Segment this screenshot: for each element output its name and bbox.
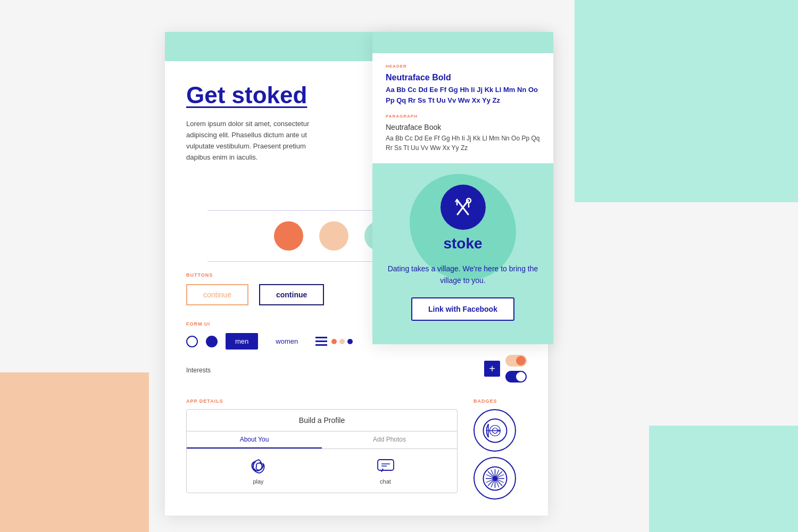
compass-badge-icon — [480, 464, 510, 493]
form-controls — [315, 337, 353, 346]
continue-btn-peach[interactable]: continue — [186, 284, 248, 305]
swatch-peach — [319, 221, 348, 251]
app-details-left: APP DETAILS Build a Profile About You Ad… — [186, 398, 458, 505]
chat-icon — [375, 457, 396, 476]
badges-section: BADGES — [473, 398, 527, 505]
paragraph-typography-label: PARAGRAPH — [386, 114, 540, 119]
dot-coral — [331, 339, 337, 344]
app-details-section: APP DETAILS Build a Profile About You Ad… — [165, 393, 548, 516]
app-card-tabs: About You Add Photos — [187, 431, 457, 449]
chat-label: chat — [380, 478, 391, 485]
play-label: play — [253, 478, 263, 485]
header-typography-label: HEADER — [386, 64, 540, 69]
dot-peach — [339, 339, 345, 344]
interests-label: Interests — [186, 367, 211, 374]
form-right: + — [484, 355, 527, 383]
play-icon — [248, 457, 269, 476]
app-details-label: APP DETAILS — [186, 398, 458, 404]
bg-peach-bottom-left — [0, 372, 149, 532]
tab-add-photos[interactable]: Add Photos — [322, 431, 457, 448]
women-btn[interactable]: women — [266, 333, 307, 350]
rp-header-mint — [372, 32, 553, 53]
toggle-off[interactable] — [505, 355, 527, 367]
bg-mint-bottom-right — [649, 426, 798, 532]
tab-about-you[interactable]: About You — [187, 431, 322, 448]
form-row2: Interests + — [186, 355, 527, 383]
toggle-container — [505, 355, 527, 383]
stoke-logo-icon — [450, 194, 476, 221]
header-alphabet: Aa Bb Cc Dd Ee Ff Gg Hh Ii Jj Kk Ll Mm N… — [386, 85, 540, 105]
app-card-header: Build a Profile — [187, 410, 457, 431]
app-logo — [440, 185, 486, 230]
typography-section: HEADER Neutraface Bold Aa Bb Cc Dd Ee Ff… — [372, 53, 553, 163]
paragraph-alphabet: Aa Bb Cc Dd Ee Ff Gg Hh Ii Jj Kk Ll Mm N… — [386, 134, 540, 153]
badge-compass — [473, 457, 516, 500]
toggle-on[interactable] — [505, 371, 527, 383]
hamburger-icon[interactable] — [315, 337, 327, 346]
badge-archer — [473, 409, 516, 452]
hero-description: Lorem ipsum dolor sit amet, consectetur … — [186, 119, 325, 163]
archer-badge-icon — [480, 416, 510, 445]
svg-rect-4 — [378, 460, 394, 470]
header-font-name: Neutraface Bold — [386, 73, 540, 82]
app-card-icons: play chat — [187, 449, 457, 493]
swatch-coral — [274, 221, 303, 251]
facebook-link-btn[interactable]: Link with Facebook — [411, 297, 514, 321]
men-btn[interactable]: men — [226, 333, 258, 350]
badges-label: BADGES — [473, 398, 527, 404]
dots-row — [331, 339, 353, 344]
right-panel: HEADER Neutraface Bold Aa Bb Cc Dd Ee Ff… — [372, 32, 553, 344]
app-name: stoke — [443, 235, 482, 252]
nav-chat[interactable]: chat — [375, 457, 396, 485]
app-showcase: stoke Dating takes a village. We're here… — [372, 163, 553, 344]
bg-mint-top-right — [575, 0, 798, 202]
app-card: Build a Profile About You Add Photos pla… — [186, 409, 458, 493]
nav-play[interactable]: play — [248, 457, 269, 485]
dot-navy — [347, 339, 353, 344]
continue-btn-dark[interactable]: continue — [259, 284, 324, 305]
plus-btn[interactable]: + — [484, 361, 500, 377]
radio-filled[interactable] — [206, 336, 218, 347]
app-tagline: Dating takes a village. We're here to br… — [386, 263, 540, 287]
radio-empty[interactable] — [186, 336, 198, 347]
paragraph-font-name: Neutraface Book — [386, 123, 540, 131]
